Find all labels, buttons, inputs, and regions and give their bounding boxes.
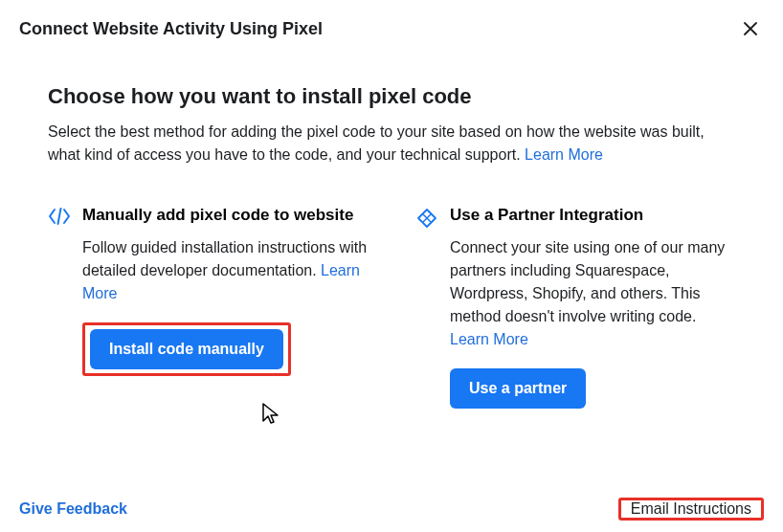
option-manual-title: Manually add pixel code to website bbox=[82, 205, 368, 227]
close-icon bbox=[743, 21, 758, 36]
option-partner: Use a Partner Integration Connect your s… bbox=[415, 205, 735, 409]
main-subtext: Select the best method for adding the pi… bbox=[48, 121, 735, 166]
partner-icon bbox=[415, 207, 438, 230]
option-manual-body: Manually add pixel code to website Follo… bbox=[82, 205, 368, 376]
option-manual: Manually add pixel code to website Follo… bbox=[48, 205, 368, 409]
option-partner-body: Use a Partner Integration Connect your s… bbox=[450, 205, 735, 409]
option-manual-desc: Follow guided installation instructions … bbox=[82, 236, 368, 305]
highlight-box-email: Email Instructions bbox=[618, 498, 764, 521]
use-a-partner-button[interactable]: Use a partner bbox=[450, 368, 586, 409]
highlight-box-manual: Install code manually bbox=[82, 322, 291, 376]
dialog-title: Connect Website Activity Using Pixel bbox=[19, 19, 323, 39]
main-heading: Choose how you want to install pixel cod… bbox=[48, 84, 735, 109]
option-partner-desc: Connect your site using one of our many … bbox=[450, 236, 735, 351]
email-instructions-button[interactable]: Email Instructions bbox=[621, 495, 761, 522]
options-row: Manually add pixel code to website Follo… bbox=[48, 205, 735, 409]
option-partner-desc-text: Connect your site using one of our many … bbox=[450, 239, 725, 324]
dialog-footer: Give Feedback Email Instructions bbox=[0, 498, 783, 521]
close-button[interactable] bbox=[737, 15, 764, 42]
option-partner-title: Use a Partner Integration bbox=[450, 205, 735, 227]
subtext-copy: Select the best method for adding the pi… bbox=[48, 123, 705, 163]
code-icon bbox=[48, 207, 71, 230]
install-code-manually-button[interactable]: Install code manually bbox=[90, 329, 283, 369]
dialog-content: Choose how you want to install pixel cod… bbox=[0, 54, 783, 409]
learn-more-link[interactable]: Learn More bbox=[525, 146, 603, 163]
learn-more-link-partner[interactable]: Learn More bbox=[450, 331, 528, 347]
give-feedback-link[interactable]: Give Feedback bbox=[19, 500, 127, 518]
dialog-header: Connect Website Activity Using Pixel bbox=[0, 0, 783, 54]
